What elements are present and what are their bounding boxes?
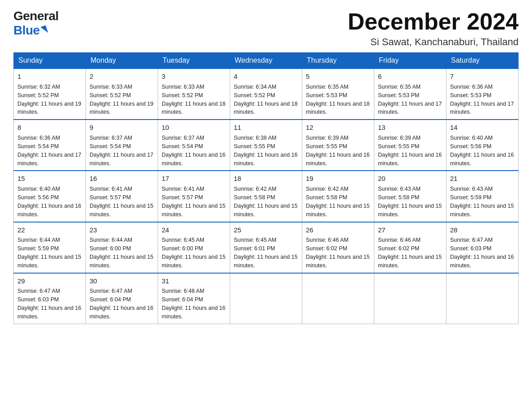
day-info: Sunrise: 6:44 AMSunset: 5:59 PMDaylight:… bbox=[17, 237, 81, 269]
day-number: 3 bbox=[162, 72, 226, 81]
calendar-cell: 16Sunrise: 6:41 AMSunset: 5:57 PMDayligh… bbox=[86, 171, 158, 222]
day-info: Sunrise: 6:46 AMSunset: 6:02 PMDaylight:… bbox=[378, 237, 442, 269]
calendar-cell: 13Sunrise: 6:39 AMSunset: 5:55 PMDayligh… bbox=[374, 120, 446, 171]
day-number: 12 bbox=[306, 123, 370, 133]
day-number: 17 bbox=[162, 174, 226, 184]
day-info: Sunrise: 6:38 AMSunset: 5:55 PMDaylight:… bbox=[234, 135, 297, 167]
calendar-cell: 3Sunrise: 6:33 AMSunset: 5:52 PMDaylight… bbox=[158, 68, 230, 120]
logo: General Blue bbox=[13, 9, 59, 38]
day-number: 24 bbox=[162, 225, 226, 235]
calendar-header-sunday: Sunday bbox=[14, 53, 86, 69]
calendar-cell: 23Sunrise: 6:44 AMSunset: 6:00 PMDayligh… bbox=[86, 222, 158, 273]
day-number: 31 bbox=[162, 276, 226, 286]
calendar-cell: 27Sunrise: 6:46 AMSunset: 6:02 PMDayligh… bbox=[374, 222, 446, 273]
day-number: 10 bbox=[162, 123, 226, 133]
day-info: Sunrise: 6:37 AMSunset: 5:54 PMDaylight:… bbox=[90, 135, 153, 167]
day-info: Sunrise: 6:34 AMSunset: 5:52 PMDaylight:… bbox=[234, 84, 297, 116]
day-number: 27 bbox=[378, 225, 442, 235]
calendar-cell: 15Sunrise: 6:40 AMSunset: 5:56 PMDayligh… bbox=[14, 171, 86, 222]
calendar-cell: 10Sunrise: 6:37 AMSunset: 5:54 PMDayligh… bbox=[158, 120, 230, 171]
calendar-cell: 21Sunrise: 6:43 AMSunset: 5:59 PMDayligh… bbox=[446, 171, 519, 222]
day-number: 25 bbox=[234, 225, 298, 235]
calendar-cell bbox=[230, 273, 302, 324]
day-number: 8 bbox=[17, 123, 82, 133]
day-info: Sunrise: 6:33 AMSunset: 5:52 PMDaylight:… bbox=[162, 84, 225, 116]
calendar-week-row: 15Sunrise: 6:40 AMSunset: 5:56 PMDayligh… bbox=[14, 171, 519, 222]
day-info: Sunrise: 6:36 AMSunset: 5:53 PMDaylight:… bbox=[450, 84, 514, 116]
day-info: Sunrise: 6:47 AMSunset: 6:03 PMDaylight:… bbox=[17, 288, 81, 320]
day-info: Sunrise: 6:48 AMSunset: 6:04 PMDaylight:… bbox=[162, 288, 225, 320]
calendar-cell bbox=[374, 273, 446, 324]
logo-triangle-icon bbox=[40, 25, 48, 34]
calendar-cell: 9Sunrise: 6:37 AMSunset: 5:54 PMDaylight… bbox=[86, 120, 158, 171]
calendar-cell: 5Sunrise: 6:35 AMSunset: 5:53 PMDaylight… bbox=[302, 68, 374, 120]
day-info: Sunrise: 6:44 AMSunset: 6:00 PMDaylight:… bbox=[90, 237, 153, 269]
page-header: General Blue December 2024 Si Sawat, Kan… bbox=[13, 9, 519, 48]
day-info: Sunrise: 6:40 AMSunset: 5:56 PMDaylight:… bbox=[450, 135, 514, 167]
day-info: Sunrise: 6:43 AMSunset: 5:58 PMDaylight:… bbox=[378, 186, 442, 218]
calendar-cell: 22Sunrise: 6:44 AMSunset: 5:59 PMDayligh… bbox=[14, 222, 86, 273]
day-number: 11 bbox=[234, 123, 298, 133]
day-info: Sunrise: 6:39 AMSunset: 5:55 PMDaylight:… bbox=[378, 135, 442, 167]
calendar-header-tuesday: Tuesday bbox=[158, 53, 230, 69]
day-number: 16 bbox=[90, 174, 154, 184]
day-number: 28 bbox=[450, 225, 515, 235]
day-number: 5 bbox=[306, 72, 370, 81]
day-number: 22 bbox=[17, 225, 82, 235]
calendar-cell: 20Sunrise: 6:43 AMSunset: 5:58 PMDayligh… bbox=[374, 171, 446, 222]
calendar-cell bbox=[302, 273, 374, 324]
day-info: Sunrise: 6:41 AMSunset: 5:57 PMDaylight:… bbox=[90, 186, 153, 218]
calendar-header-wednesday: Wednesday bbox=[230, 53, 302, 69]
calendar-cell: 17Sunrise: 6:41 AMSunset: 5:57 PMDayligh… bbox=[158, 171, 230, 222]
calendar-table: SundayMondayTuesdayWednesdayThursdayFrid… bbox=[13, 52, 519, 324]
calendar-cell: 25Sunrise: 6:45 AMSunset: 6:01 PMDayligh… bbox=[230, 222, 302, 273]
calendar-cell: 30Sunrise: 6:47 AMSunset: 6:04 PMDayligh… bbox=[86, 273, 158, 324]
day-info: Sunrise: 6:35 AMSunset: 5:53 PMDaylight:… bbox=[378, 84, 442, 116]
day-number: 30 bbox=[90, 276, 154, 286]
day-number: 23 bbox=[90, 225, 154, 235]
calendar-week-row: 22Sunrise: 6:44 AMSunset: 5:59 PMDayligh… bbox=[14, 222, 519, 273]
title-block: December 2024 Si Sawat, Kanchanaburi, Th… bbox=[348, 9, 519, 48]
day-number: 19 bbox=[306, 174, 370, 184]
day-number: 15 bbox=[17, 174, 82, 184]
calendar-cell: 12Sunrise: 6:39 AMSunset: 5:55 PMDayligh… bbox=[302, 120, 374, 171]
day-info: Sunrise: 6:47 AMSunset: 6:03 PMDaylight:… bbox=[450, 237, 514, 269]
day-number: 20 bbox=[378, 174, 442, 184]
calendar-week-row: 29Sunrise: 6:47 AMSunset: 6:03 PMDayligh… bbox=[14, 273, 519, 324]
calendar-cell: 7Sunrise: 6:36 AMSunset: 5:53 PMDaylight… bbox=[446, 68, 519, 120]
day-info: Sunrise: 6:40 AMSunset: 5:56 PMDaylight:… bbox=[17, 186, 81, 218]
calendar-cell: 28Sunrise: 6:47 AMSunset: 6:03 PMDayligh… bbox=[446, 222, 519, 273]
day-number: 21 bbox=[450, 174, 515, 184]
day-number: 2 bbox=[90, 72, 154, 81]
calendar-header-row: SundayMondayTuesdayWednesdayThursdayFrid… bbox=[14, 53, 519, 69]
day-info: Sunrise: 6:47 AMSunset: 6:04 PMDaylight:… bbox=[90, 288, 153, 320]
calendar-cell: 31Sunrise: 6:48 AMSunset: 6:04 PMDayligh… bbox=[158, 273, 230, 324]
day-number: 13 bbox=[378, 123, 442, 133]
month-title: December 2024 bbox=[348, 9, 519, 34]
day-info: Sunrise: 6:45 AMSunset: 6:00 PMDaylight:… bbox=[162, 237, 225, 269]
day-info: Sunrise: 6:43 AMSunset: 5:59 PMDaylight:… bbox=[450, 186, 514, 218]
day-number: 9 bbox=[90, 123, 154, 133]
day-info: Sunrise: 6:32 AMSunset: 5:52 PMDaylight:… bbox=[17, 84, 81, 116]
calendar-cell: 2Sunrise: 6:33 AMSunset: 5:52 PMDaylight… bbox=[86, 68, 158, 120]
day-info: Sunrise: 6:46 AMSunset: 6:02 PMDaylight:… bbox=[306, 237, 369, 269]
day-number: 4 bbox=[234, 72, 298, 81]
calendar-cell bbox=[446, 273, 519, 324]
calendar-cell: 26Sunrise: 6:46 AMSunset: 6:02 PMDayligh… bbox=[302, 222, 374, 273]
day-info: Sunrise: 6:35 AMSunset: 5:53 PMDaylight:… bbox=[306, 84, 369, 116]
day-number: 14 bbox=[450, 123, 515, 133]
day-info: Sunrise: 6:33 AMSunset: 5:52 PMDaylight:… bbox=[90, 84, 153, 116]
day-number: 1 bbox=[17, 72, 82, 81]
day-info: Sunrise: 6:41 AMSunset: 5:57 PMDaylight:… bbox=[162, 186, 225, 218]
location-text: Si Sawat, Kanchanaburi, Thailand bbox=[348, 36, 519, 48]
calendar-week-row: 8Sunrise: 6:36 AMSunset: 5:54 PMDaylight… bbox=[14, 120, 519, 171]
calendar-week-row: 1Sunrise: 6:32 AMSunset: 5:52 PMDaylight… bbox=[14, 68, 519, 120]
day-info: Sunrise: 6:37 AMSunset: 5:54 PMDaylight:… bbox=[162, 135, 225, 167]
day-info: Sunrise: 6:42 AMSunset: 5:58 PMDaylight:… bbox=[234, 186, 297, 218]
calendar-cell: 18Sunrise: 6:42 AMSunset: 5:58 PMDayligh… bbox=[230, 171, 302, 222]
day-info: Sunrise: 6:36 AMSunset: 5:54 PMDaylight:… bbox=[17, 135, 81, 167]
calendar-cell: 4Sunrise: 6:34 AMSunset: 5:52 PMDaylight… bbox=[230, 68, 302, 120]
calendar-cell: 29Sunrise: 6:47 AMSunset: 6:03 PMDayligh… bbox=[14, 273, 86, 324]
day-info: Sunrise: 6:42 AMSunset: 5:58 PMDaylight:… bbox=[306, 186, 369, 218]
logo-general-text: General bbox=[13, 9, 59, 23]
